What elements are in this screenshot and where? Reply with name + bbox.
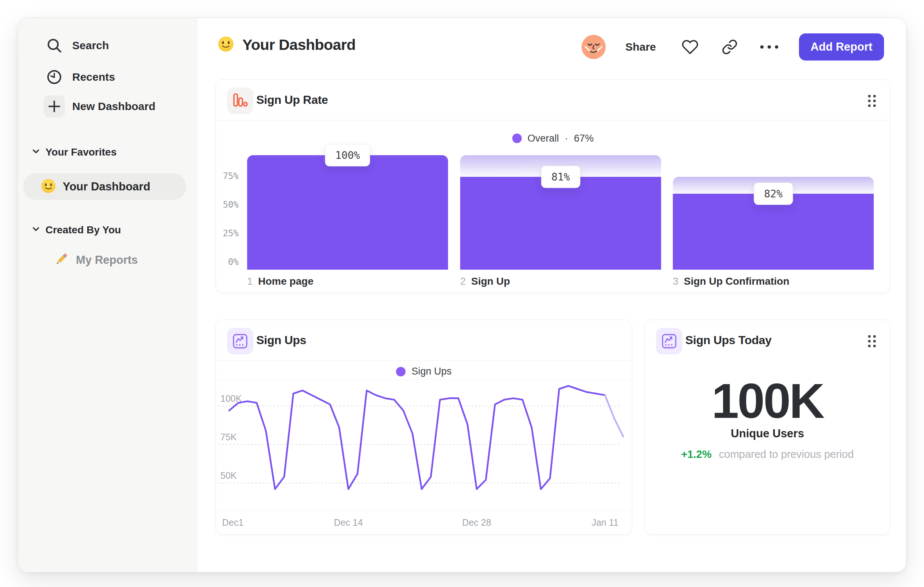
line-series[interactable] xyxy=(229,386,605,489)
line-chart-icon xyxy=(656,328,682,354)
sidebar-item-label: Recents xyxy=(72,71,115,83)
sidebar-item-my-reports[interactable]: My Reports xyxy=(18,248,197,272)
funnel-step-label: 1Home page xyxy=(247,276,314,287)
sidebar-item-label: Search xyxy=(72,39,109,52)
drag-handle-icon[interactable] xyxy=(867,94,877,110)
sidebar-section-label: Created By You xyxy=(45,224,121,236)
funnel-y-tick: 50% xyxy=(216,200,239,210)
copy-link-icon[interactable] xyxy=(717,34,742,60)
signup-rate-card-header: Sign Up Rate xyxy=(216,79,890,120)
line-x-tick: Dec1 xyxy=(222,517,243,528)
app-window: Search Recents xyxy=(18,18,906,572)
signups-today-card: Sign Ups Today 100K Unique Users +1.2% c… xyxy=(645,319,890,534)
smiley-emoji xyxy=(41,178,56,195)
funnel-step-name: Sign Up Confirmation xyxy=(684,276,789,287)
funnel-value-tooltip: 82% xyxy=(754,182,793,205)
card-title: Sign Ups Today xyxy=(685,320,771,360)
line-x-tick: Dec 14 xyxy=(334,517,363,528)
sidebar-item-label: My Reports xyxy=(76,253,138,267)
signup-rate-card: Sign Up Rate Overall · 67% 75%50%25%0%10… xyxy=(216,79,890,293)
sidebar-section-label: Your Favorites xyxy=(45,146,117,158)
line-x-tick: Jan 11 xyxy=(591,517,618,528)
funnel-bar[interactable] xyxy=(247,155,448,270)
funnel-step-name: Sign Up xyxy=(471,276,510,287)
page-title: Your Dashboard xyxy=(243,36,356,54)
line-y-tick: 75K xyxy=(220,432,236,442)
sidebar-item-your-dashboard[interactable]: Your Dashboard xyxy=(23,173,186,200)
header-actions: Share Add Report xyxy=(581,33,884,61)
legend-series: Overall xyxy=(528,133,559,144)
stat-value: 100K xyxy=(645,373,890,429)
sidebar-item-search[interactable]: Search xyxy=(18,32,197,59)
line-series-partial xyxy=(605,395,623,437)
divider xyxy=(216,120,890,120)
funnel-step-name: Home page xyxy=(258,276,314,287)
line-chart-svg xyxy=(216,380,632,511)
funnel-y-tick: 0% xyxy=(216,257,239,267)
stat-label: Unique Users xyxy=(645,427,890,440)
stat-change: +1.2% xyxy=(681,448,712,460)
signups-today-card-header: Sign Ups Today xyxy=(645,320,890,360)
page-title-row: Your Dashboard xyxy=(218,36,356,54)
funnel-legend[interactable]: Overall · 67% xyxy=(216,129,890,147)
bar-chart-icon xyxy=(227,88,253,114)
card-title: Sign Up Rate xyxy=(256,79,328,120)
chevron-down-icon xyxy=(31,149,40,156)
stat-change-row: +1.2% compared to previous period xyxy=(645,448,890,460)
sidebar: Search Recents xyxy=(18,18,197,572)
line-chart xyxy=(216,380,632,511)
clock-icon xyxy=(44,66,65,88)
stat-change-note: compared to previous period xyxy=(719,448,854,460)
add-report-button[interactable]: Add Report xyxy=(799,33,884,61)
chevron-down-icon xyxy=(31,227,40,234)
search-icon xyxy=(44,35,65,56)
share-button[interactable]: Share xyxy=(625,41,656,53)
avatar[interactable] xyxy=(581,34,606,60)
more-options-icon[interactable] xyxy=(756,34,782,60)
plus-icon xyxy=(44,96,65,117)
line-chart-icon xyxy=(227,328,253,354)
legend-value: 67% xyxy=(574,133,594,144)
line-y-tick: 50K xyxy=(220,470,236,481)
funnel-y-tick: 25% xyxy=(216,228,239,238)
line-x-tick: Dec 28 xyxy=(462,517,491,528)
pencil-emoji xyxy=(53,251,69,269)
smiley-emoji xyxy=(218,36,234,54)
divider xyxy=(216,511,632,511)
favorite-heart-icon[interactable] xyxy=(677,34,703,60)
line-y-tick: 100K xyxy=(220,393,242,404)
funnel-step-number: 1 xyxy=(247,276,252,287)
divider xyxy=(216,360,632,360)
legend-dot-icon xyxy=(396,367,406,376)
screen: Search Recents xyxy=(0,0,924,587)
funnel-step-label: 2Sign Up xyxy=(460,276,510,287)
funnel-y-tick: 75% xyxy=(216,171,239,181)
signups-card: Sign Ups Sign Ups Dec1Dec 14Dec 28Jan 11… xyxy=(216,319,632,534)
sidebar-item-new-dashboard[interactable]: New Dashboard xyxy=(18,93,197,120)
drag-handle-icon[interactable] xyxy=(867,334,877,350)
card-title: Sign Ups xyxy=(256,320,306,360)
funnel-bar[interactable] xyxy=(673,194,874,270)
line-legend[interactable]: Sign Ups xyxy=(216,363,632,380)
funnel-bar[interactable] xyxy=(460,177,661,270)
funnel-step-label: 3Sign Up Confirmation xyxy=(673,276,789,287)
sidebar-item-label: New Dashboard xyxy=(72,100,155,112)
signups-card-header: Sign Ups xyxy=(216,320,632,360)
sidebar-item-recents[interactable]: Recents xyxy=(18,64,197,90)
legend-series: Sign Ups xyxy=(411,366,452,377)
sidebar-section-your-favorites[interactable]: Your Favorites xyxy=(31,146,117,158)
funnel-value-tooltip: 81% xyxy=(541,166,581,188)
funnel-step-number: 2 xyxy=(460,276,466,287)
legend-separator: · xyxy=(565,133,568,144)
funnel-step-number: 3 xyxy=(673,276,678,287)
legend-dot-icon xyxy=(512,134,522,143)
funnel-value-tooltip: 100% xyxy=(325,144,370,167)
sidebar-item-label: Your Dashboard xyxy=(63,180,150,193)
sidebar-section-created-by-you[interactable]: Created By You xyxy=(31,224,121,236)
